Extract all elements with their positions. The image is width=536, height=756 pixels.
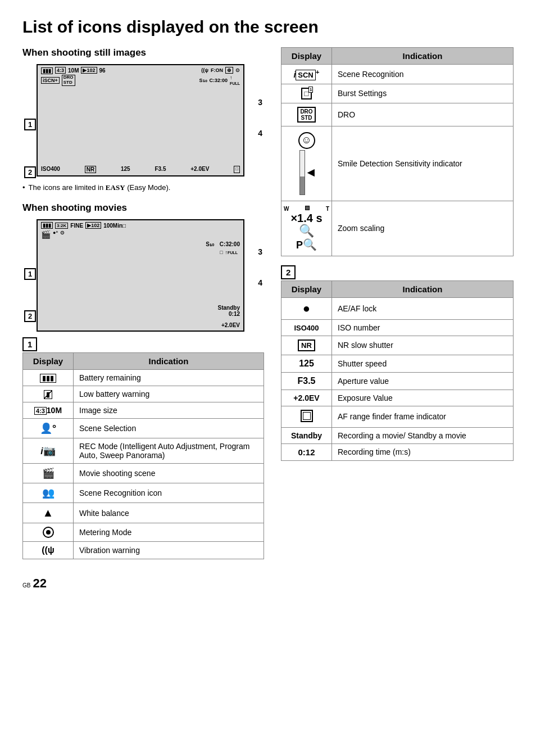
indication-standby: Recording a movie/ Standby a movie xyxy=(332,427,514,443)
table-row: ▲ White balance xyxy=(23,503,264,523)
easy-mode-note: • The icons are limited in EASY (Easy Mo… xyxy=(22,183,264,192)
movie-camera-screen-wrapper: 1 2 3 4 ▮▮▮ 3:2K FINE xyxy=(37,219,250,332)
display-scene-selection: 👤° xyxy=(23,419,74,438)
table-row: ▮ Low battery warning xyxy=(23,386,264,402)
display-ae-af-lock: ● xyxy=(281,297,332,319)
still-camera-screen: ▮▮▮ 4:3 10M ▶102 96 ((ψ F:ON ⊕ ⊙ xyxy=(37,64,244,176)
still-camera-screen-wrapper: 1 2 3 4 ▮▮▮ 4:3 xyxy=(37,64,250,176)
scn-icon: SCN xyxy=(296,70,315,80)
table-row: Metering Mode xyxy=(23,523,264,542)
display-zoom-scaling: W T ×1.4 s🔍 P🔍 xyxy=(281,201,332,256)
ev-still: +2.0EV xyxy=(190,166,209,173)
self-timer-movie: S₁₀ xyxy=(206,241,214,247)
label-2-movie: 2 xyxy=(24,312,36,320)
table-row: 4:310M Image size xyxy=(23,402,264,419)
indication-movie-scene: Movie shooting scene xyxy=(74,464,264,483)
timer-icon-still: ⊕ xyxy=(225,67,233,74)
smile-face-icon: ☺ xyxy=(298,132,315,149)
lcd-icon-movie: □ xyxy=(220,250,222,255)
table2-header-indication: Indication xyxy=(332,280,514,297)
table1-header-display: Display xyxy=(23,353,74,370)
quality-icon-movie: 3:2K xyxy=(55,223,68,229)
self-timer-still: S₁₀ xyxy=(199,78,207,83)
indication-rec-mode: REC Mode (Intelligent Auto Adjustment, P… xyxy=(74,438,264,464)
display-smile-detection: ☺ ◀ xyxy=(281,126,332,201)
label-4-movie: 4 xyxy=(258,278,262,287)
indication-iso-number: ISO number xyxy=(332,319,514,336)
indication-scene-recognition-icon: Scene Recognition icon xyxy=(74,483,264,503)
display-battery-full: ▮▮▮ xyxy=(23,370,74,386)
shutter-still: 125 xyxy=(121,166,130,173)
smile-arrow-icon: ◀ xyxy=(307,167,314,178)
display-vibration-warning: ((ψ xyxy=(23,542,74,559)
display-rec-mode: i📷 xyxy=(23,438,74,464)
table-row: ▮▮▮ Battery remaining xyxy=(23,370,264,386)
zoom-w-label: W xyxy=(284,206,289,212)
label-2-still: 2 xyxy=(24,168,36,176)
movie-camera-screen: ▮▮▮ 3:2K FINE ▶102 100Min□ 🎬 ●° ⊙ xyxy=(37,219,244,332)
vibration-icon-still: ((ψ xyxy=(201,67,208,73)
display-burst-settings: □ 1 xyxy=(281,84,332,103)
table-right-top-header-display: Display xyxy=(281,48,332,65)
timer-label-still: C:32:00 xyxy=(210,78,228,83)
dro-icon-still: DROSTD xyxy=(62,75,75,86)
page-number: 22 xyxy=(33,576,46,591)
movie-scene-icon: 🎬 xyxy=(41,230,51,239)
folder-icon-still: ▶102 xyxy=(81,67,97,74)
table-row: ISO400 ISO number xyxy=(281,319,514,336)
display-nr-slow-shutter: NR xyxy=(281,336,332,355)
indication-shutter-speed: Shutter speed xyxy=(332,355,514,372)
easy-label: EASY xyxy=(106,183,125,192)
zoom-scaling-display: W T ×1.4 s🔍 P🔍 xyxy=(284,206,329,251)
flash-icon-still: F:ON xyxy=(211,67,223,73)
indication-ae-af-lock: AE/AF lock xyxy=(332,297,514,319)
iso-still: ISO400 xyxy=(41,166,60,173)
table-row: □ 1 Burst Settings xyxy=(281,84,514,103)
label-1-movie: 1 xyxy=(24,270,36,278)
zoom-t-label: T xyxy=(326,206,329,212)
smile-bar-fill xyxy=(300,176,305,194)
label-3-movie: 3 xyxy=(258,247,262,256)
label-4-still: 4 xyxy=(258,129,262,138)
scene-icon-2: ●° xyxy=(53,230,58,239)
indication-dro: DRO xyxy=(332,103,514,126)
display-standby: Standby xyxy=(281,427,332,443)
display-scene-recognition-icon: 👥 xyxy=(23,483,74,503)
display-battery-low: ▮ xyxy=(23,386,74,402)
nr-icon: NR xyxy=(298,339,315,351)
aperture-still: F3.5 xyxy=(155,166,166,173)
timer-label-movie: C:32:00 xyxy=(220,241,240,247)
display-exposure-value: +2.0EV xyxy=(281,390,332,406)
section-1-box: 1 xyxy=(22,337,37,351)
section-1-number-box: 1 xyxy=(22,339,264,349)
display-image-size: 4:310M xyxy=(23,402,74,419)
flash-fill-still: ↑FULL xyxy=(230,75,240,86)
table-right-top: Display Indication iSCN+ Scene Recogniti… xyxy=(281,47,514,256)
indication-exposure-value: Exposure Value xyxy=(332,390,514,406)
table-row: 0:12 Recording time (m:s) xyxy=(281,443,514,460)
indication-vibration-warning: Vibration warning xyxy=(74,542,264,559)
standby-label-movie: Standby xyxy=(218,305,240,311)
display-movie-scene: 🎬 xyxy=(23,464,74,483)
gb-label: GB xyxy=(22,582,30,588)
footer: GB 22 xyxy=(22,576,514,591)
ev-movie: +2.0EV xyxy=(221,322,240,328)
battery-icon-still: ▮▮▮ xyxy=(41,67,53,74)
table-row: ● AE/AF lock xyxy=(281,297,514,319)
label-1-still: 1 xyxy=(24,120,36,129)
note-suffix: (Easy Mode). xyxy=(127,183,170,192)
section-movies-heading: When shooting movies xyxy=(22,202,264,214)
display-scene-recognition: iSCN+ xyxy=(281,65,332,84)
indication-scene-recognition: Scene Recognition xyxy=(332,65,514,84)
image-size-icon-still: 4:3 xyxy=(55,67,66,74)
table-row: DROSTD DRO xyxy=(281,103,514,126)
record-icon-movie: ⊙ xyxy=(60,230,65,239)
table-row: +2.0EV Exposure Value xyxy=(281,390,514,406)
table-row: F3.5 Aperture value xyxy=(281,372,514,390)
nr-still: NR xyxy=(85,166,96,173)
indication-recording-time: Recording time (m:s) xyxy=(332,443,514,460)
note-prefix: The icons are limited in xyxy=(29,183,104,192)
indication-burst-settings: Burst Settings xyxy=(332,84,514,103)
bullet: • xyxy=(22,183,25,192)
indication-zoom-scaling: Zoom scaling xyxy=(332,201,514,256)
